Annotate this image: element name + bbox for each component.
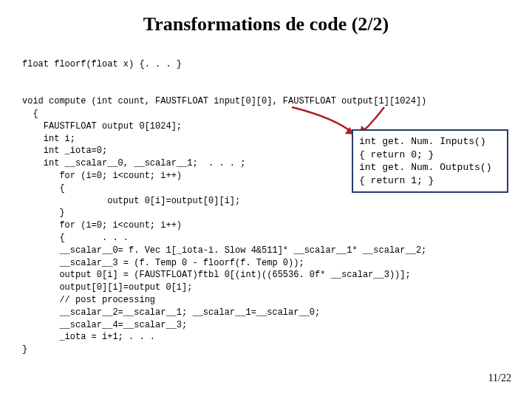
code-line: int __scalar__0, __scalar__1; . . . ; [22, 158, 245, 168]
code-line: output 0[i]=output[0][i]; [22, 196, 240, 206]
code-line: { [22, 109, 38, 119]
code-line: __scalar__0= f. Vec 1[_iota-i. Slow 4&51… [22, 245, 426, 256]
code-line: // post processing [22, 295, 155, 305]
code-line: int i; [22, 134, 75, 144]
code-line: { [22, 183, 65, 194]
code-line: { . . . [22, 233, 129, 243]
code-line: } [22, 208, 65, 218]
page-number: 11/22 [488, 372, 511, 384]
code-line: float floorf(float x) {. . . } [22, 59, 182, 69]
side-code-box: int get. Num. Inputs() { return 0; } int… [352, 129, 508, 193]
code-line: for (i=0; i<count; i++) [22, 220, 182, 231]
code-line: } [22, 344, 27, 355]
code-line: __scalar__4=__scalar__3; [22, 320, 187, 330]
code-line: for (i=0; i<count; i++) [22, 171, 182, 181]
code-line: void compute (int count, FAUSTFLOAT inpu… [22, 96, 426, 106]
side-code-line: { return 0; } [359, 149, 501, 162]
code-line: int _iota=0; [22, 146, 107, 156]
side-code-line: int get. Num. Outputs() [359, 161, 501, 174]
code-block: float floorf(float x) {. . . } void comp… [22, 46, 525, 356]
code-line: output 0[i] = (FAUSTFLOAT)ftbl 0[(int)((… [22, 270, 411, 280]
code-line: output[0][i]=output 0[i]; [22, 282, 192, 293]
side-code-line: { return 1; } [359, 174, 501, 188]
code-line: __scalar__3 = (f. Temp 0 - floorf(f. Tem… [22, 258, 304, 268]
code-line: __scalar__2=__scalar__1; __scalar__1=__s… [22, 307, 320, 318]
side-code-line: int get. Num. Inputs() [359, 135, 501, 149]
code-line: _iota = i+1; . . . [22, 332, 155, 342]
slide-title: Transformations de code (2/2) [0, 0, 532, 35]
code-line: FAUSTFLOAT output 0[1024]; [22, 121, 182, 132]
